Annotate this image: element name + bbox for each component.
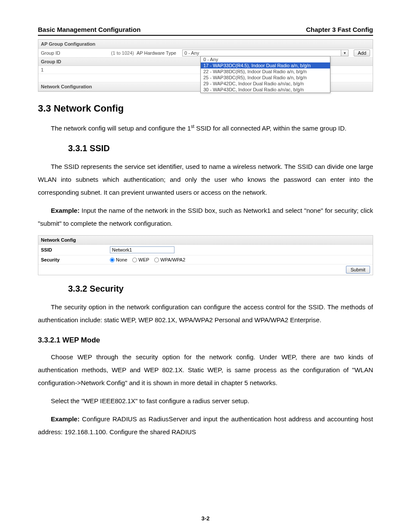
heading-3.3.1: 3.3.1 SSID bbox=[68, 143, 373, 153]
radio-none-input[interactable] bbox=[110, 258, 115, 262]
para-3.3.1-a: The SSID represents the service set iden… bbox=[38, 160, 373, 199]
heading-3.3: 3.3 Network Config bbox=[38, 103, 373, 114]
panel-title: Network Config bbox=[38, 236, 373, 245]
col-header-group-id: Group ID bbox=[41, 59, 67, 64]
list-item[interactable]: 25 - WAP38DC(R5), Indoor Dual Radio a/n,… bbox=[201, 75, 330, 81]
hw-type-label: AP Hardware Type bbox=[137, 50, 180, 56]
list-item[interactable]: 22 - WAP38DC(R5), Indoor Dual Radio a/n,… bbox=[201, 68, 330, 75]
para-3.3.1-example: Example: Input the name of the network i… bbox=[38, 204, 373, 230]
hw-type-select[interactable]: 0 - Any bbox=[182, 50, 341, 56]
para-3.3: The network config will setup and config… bbox=[38, 122, 373, 135]
para-3.3.2.1-a: Choose WEP through the security option f… bbox=[38, 351, 373, 389]
ssid-label: SSID bbox=[41, 247, 110, 252]
list-item[interactable]: 29 - WAP42DC, Indoor Dual Radio a/n/ac, … bbox=[201, 81, 330, 87]
para-3.3.2.1-c: Example: Configure RADIUS as RadiusServe… bbox=[38, 413, 373, 439]
hw-type-dropdown-list[interactable]: 0 - Any 17 - WAP33DC(R4.5), Indoor Dual … bbox=[200, 56, 330, 93]
ssid-input[interactable] bbox=[110, 246, 174, 253]
header-right: Chapter 3 Fast Config bbox=[306, 26, 373, 33]
page-header: Basic Management Configuration Chapter 3… bbox=[38, 26, 373, 36]
ap-group-config-panel: AP Group Configuration Group ID (1 to 10… bbox=[38, 39, 373, 92]
heading-3.3.2: 3.3.2 Security bbox=[68, 284, 373, 294]
text: SSID for all connected AP, within the sa… bbox=[194, 124, 346, 132]
header-left: Basic Management Configuration bbox=[38, 26, 140, 33]
list-item[interactable]: 30 - WAP43DC, Indoor Dual Radio a/n/ac, … bbox=[201, 87, 330, 93]
submit-button[interactable]: Submit bbox=[346, 266, 370, 274]
panel-title: AP Group Configuration bbox=[38, 40, 373, 49]
example-label: Example: bbox=[51, 415, 80, 423]
list-item[interactable]: 17 - WAP33DC(R4.5), Indoor Dual Radio a/… bbox=[201, 62, 330, 68]
radio-wep[interactable]: WEP bbox=[132, 257, 149, 262]
radio-wep-input[interactable] bbox=[132, 258, 137, 262]
text: Select the "WEP IEEE802.1X" to fast conf… bbox=[51, 397, 249, 404]
radio-label: WPA/WPA2 bbox=[160, 257, 185, 262]
list-item[interactable]: 0 - Any bbox=[201, 56, 330, 62]
radio-label: WEP bbox=[138, 257, 149, 262]
example-label: Example: bbox=[51, 207, 80, 214]
radio-label: None bbox=[116, 257, 127, 262]
radio-wpa[interactable]: WPA/WPA2 bbox=[154, 257, 185, 262]
text: Choose WEP through the security option f… bbox=[38, 353, 373, 386]
heading-3.3.2.1: 3.3.2.1 WEP Mode bbox=[38, 336, 373, 345]
text: Input the name of the network in the SSI… bbox=[38, 207, 373, 227]
group-id-label: Group ID bbox=[41, 50, 106, 56]
para-3.3.2: The security option in the network confi… bbox=[38, 301, 373, 327]
superscript: st bbox=[191, 124, 194, 129]
cell-group-id: 1 bbox=[41, 67, 67, 72]
network-config-panel: Network Config SSID Security None WEP WP… bbox=[38, 235, 373, 275]
add-button[interactable]: Add bbox=[354, 50, 370, 56]
dropdown-arrow-icon[interactable]: ▾ bbox=[341, 50, 349, 56]
security-radio-group: None WEP WPA/WPA2 bbox=[110, 257, 185, 262]
text: The network config will setup and config… bbox=[51, 124, 191, 132]
para-3.3.2.1-b: Select the "WEP IEEE802.1X" to fast conf… bbox=[38, 395, 373, 408]
radio-none[interactable]: None bbox=[110, 257, 127, 262]
text: The security option in the network confi… bbox=[38, 303, 373, 324]
text: Configure RADIUS as RadiusServer and inp… bbox=[38, 415, 373, 436]
group-id-range: (1 to 1024) bbox=[108, 50, 134, 56]
page-number: 3-2 bbox=[0, 515, 411, 522]
radio-wpa-input[interactable] bbox=[154, 258, 159, 262]
security-label: Security bbox=[41, 257, 110, 262]
text: The SSID represents the service set iden… bbox=[38, 163, 373, 196]
